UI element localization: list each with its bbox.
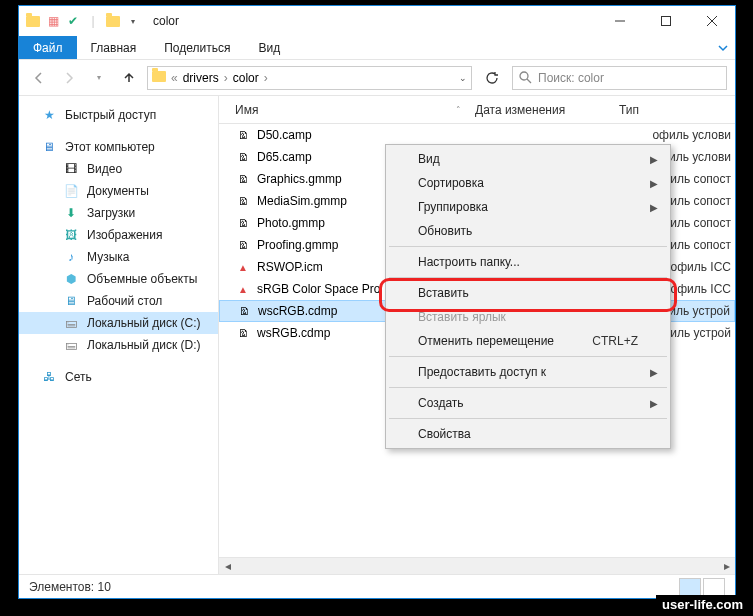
back-button[interactable] — [27, 66, 51, 90]
qat-prop-icon[interactable]: ▦ — [45, 13, 61, 29]
chevron-right-icon[interactable]: › — [261, 71, 271, 85]
ctx-view[interactable]: Вид▶ — [388, 147, 668, 171]
sidebar-3d[interactable]: ⬢Объемные объекты — [19, 268, 218, 290]
crumb-drivers[interactable]: drivers — [183, 71, 219, 85]
file-icon: 🖻 — [235, 237, 251, 253]
column-headers: Имя˄ Дата изменения Тип — [219, 96, 735, 124]
chevron-right-icon: ▶ — [650, 398, 658, 409]
scroll-right-icon[interactable]: ▸ — [718, 558, 735, 575]
star-icon: ★ — [41, 107, 57, 123]
download-icon: ⬇ — [63, 205, 79, 221]
sidebar-documents[interactable]: 📄Документы — [19, 180, 218, 202]
chevron-right-icon: ▶ — [650, 202, 658, 213]
crumb-color[interactable]: color — [233, 71, 259, 85]
file-icon: 🖻 — [235, 149, 251, 165]
sidebar-downloads[interactable]: ⬇Загрузки — [19, 202, 218, 224]
separator — [389, 387, 667, 388]
separator — [389, 277, 667, 278]
col-type[interactable]: Тип — [611, 103, 735, 117]
address-bar: ▾ « drivers › color › ⌄ Поиск: color — [19, 60, 735, 96]
qat-sep: | — [85, 13, 101, 29]
qat-check-icon[interactable]: ✔ — [65, 13, 81, 29]
search-icon — [519, 71, 532, 84]
titlebar: ▦ ✔ | ▾ color — [19, 6, 735, 36]
ctx-new[interactable]: Создать▶ — [388, 391, 668, 415]
sidebar-network[interactable]: 🖧Сеть — [19, 366, 218, 388]
sidebar-quick-access[interactable]: ★Быстрый доступ — [19, 104, 218, 126]
ctx-group[interactable]: Группировка▶ — [388, 195, 668, 219]
ctx-undo[interactable]: Отменить перемещениеCTRL+Z — [388, 329, 668, 353]
cube-icon: ⬢ — [63, 271, 79, 287]
ctx-customize[interactable]: Настроить папку... — [388, 250, 668, 274]
sidebar-disk-c[interactable]: 🖴Локальный диск (C:) — [19, 312, 218, 334]
tab-home[interactable]: Главная — [77, 36, 151, 59]
col-name[interactable]: Имя˄ — [219, 103, 467, 117]
context-menu: Вид▶ Сортировка▶ Группировка▶ Обновить Н… — [385, 144, 671, 449]
expand-ribbon-icon[interactable] — [717, 36, 729, 60]
ctx-paste[interactable]: Вставить — [388, 281, 668, 305]
ctx-sort[interactable]: Сортировка▶ — [388, 171, 668, 195]
separator — [389, 246, 667, 247]
desktop-icon: 🖥 — [63, 293, 79, 309]
doc-icon: 📄 — [63, 183, 79, 199]
ctx-share[interactable]: Предоставить доступ к▶ — [388, 360, 668, 384]
folder-icon — [152, 71, 166, 85]
search-input[interactable]: Поиск: color — [512, 66, 727, 90]
music-icon: ♪ — [63, 249, 79, 265]
minimize-button[interactable] — [597, 6, 643, 36]
ctx-refresh[interactable]: Обновить — [388, 219, 668, 243]
search-placeholder: Поиск: color — [538, 71, 604, 85]
ctx-paste-shortcut: Вставить ярлык — [388, 305, 668, 329]
view-large-button[interactable] — [703, 578, 725, 596]
scroll-left-icon[interactable]: ◂ — [219, 558, 236, 575]
file-icon: 🖻 — [235, 127, 251, 143]
file-icon: 🖻 — [236, 303, 252, 319]
chevron-right-icon: ▶ — [650, 367, 658, 378]
file-icon: 🖻 — [235, 325, 251, 341]
file-menu[interactable]: Файл — [19, 36, 77, 59]
window-title: color — [147, 14, 597, 28]
picture-icon: 🖼 — [63, 227, 79, 243]
view-details-button[interactable] — [679, 578, 701, 596]
sidebar-disk-d[interactable]: 🖴Локальный диск (D:) — [19, 334, 218, 356]
chevron-right-icon: ▶ — [650, 154, 658, 165]
qat-dropdown-icon[interactable]: ▾ — [125, 13, 141, 29]
folder-icon — [25, 13, 41, 29]
refresh-button[interactable] — [478, 66, 506, 90]
up-button[interactable] — [117, 66, 141, 90]
breadcrumb[interactable]: « drivers › color › ⌄ — [147, 66, 472, 90]
file-icon: 🖻 — [235, 215, 251, 231]
qat: ▦ ✔ | ▾ — [19, 13, 147, 29]
sidebar-pictures[interactable]: 🖼Изображения — [19, 224, 218, 246]
recent-dropdown[interactable]: ▾ — [87, 66, 111, 90]
ctx-properties[interactable]: Свойства — [388, 422, 668, 446]
sidebar-videos[interactable]: 🎞Видео — [19, 158, 218, 180]
sidebar-music[interactable]: ♪Музыка — [19, 246, 218, 268]
col-date[interactable]: Дата изменения — [467, 103, 611, 117]
forward-button[interactable] — [57, 66, 81, 90]
file-icon: ▲ — [235, 259, 251, 275]
tab-share[interactable]: Поделиться — [150, 36, 244, 59]
video-icon: 🎞 — [63, 161, 79, 177]
tab-view[interactable]: Вид — [244, 36, 294, 59]
status-bar: Элементов: 10 — [19, 574, 735, 598]
address-dropdown-icon[interactable]: ⌄ — [459, 73, 467, 83]
explorer-window: ▦ ✔ | ▾ color Файл Главная Поделиться Ви… — [18, 5, 736, 599]
file-icon: ▲ — [235, 281, 251, 297]
network-icon: 🖧 — [41, 369, 57, 385]
sidebar-this-pc[interactable]: 🖥Этот компьютер — [19, 136, 218, 158]
drive-icon: 🖴 — [63, 337, 79, 353]
drive-icon: 🖴 — [63, 315, 79, 331]
close-button[interactable] — [689, 6, 735, 36]
watermark: user-life.com — [656, 595, 749, 614]
horizontal-scrollbar[interactable]: ◂ ▸ — [219, 557, 735, 574]
svg-line-5 — [527, 79, 531, 83]
sidebar-desktop[interactable]: 🖥Рабочий стол — [19, 290, 218, 312]
separator — [389, 356, 667, 357]
file-row[interactable]: 🖻D50.campофиль услови — [219, 124, 735, 146]
svg-rect-1 — [662, 17, 671, 26]
status-count: Элементов: 10 — [29, 580, 111, 594]
maximize-button[interactable] — [643, 6, 689, 36]
file-icon: 🖻 — [235, 193, 251, 209]
chevron-right-icon[interactable]: › — [221, 71, 231, 85]
